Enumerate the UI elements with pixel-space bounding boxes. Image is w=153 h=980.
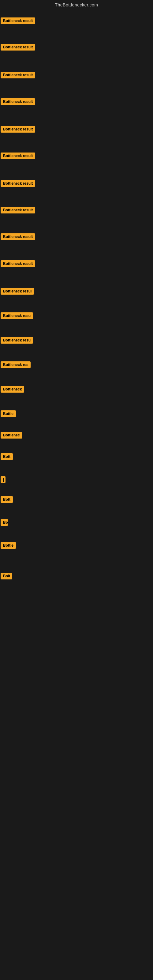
bottleneck-badge-16: Bottle [1, 410, 16, 417]
bottleneck-badge-23: Bolt [1, 573, 12, 579]
result-row-4: Bottleneck result [1, 98, 35, 106]
result-row-11: Bottleneck resul [1, 288, 34, 296]
result-row-5: Bottleneck result [1, 126, 35, 134]
bottleneck-badge-22: Bottle [1, 542, 16, 549]
bottleneck-badge-3: Bottleneck result [1, 72, 35, 78]
result-row-2: Bottleneck result [1, 44, 35, 52]
result-row-13: Bottleneck resu [1, 337, 33, 345]
bottleneck-badge-1: Bottleneck result [1, 18, 35, 24]
result-row-7: Bottleneck result [1, 180, 35, 188]
result-row-15: Bottleneck [1, 386, 24, 394]
bottleneck-badge-9: Bottleneck result [1, 233, 35, 240]
result-row-1: Bottleneck result [1, 18, 35, 25]
bottleneck-badge-13: Bottleneck resu [1, 337, 33, 344]
bottleneck-badge-19: [ [1, 476, 5, 483]
bottleneck-badge-2: Bottleneck result [1, 44, 35, 51]
bottleneck-badge-5: Bottleneck result [1, 126, 35, 133]
result-row-16: Bottle [1, 410, 16, 418]
result-row-22: Bottle [1, 542, 16, 550]
bottleneck-badge-7: Bottleneck result [1, 180, 35, 187]
result-row-18: Bott [1, 453, 13, 461]
result-row-8: Bottleneck result [1, 207, 35, 215]
result-row-20: Bott [1, 496, 13, 504]
bottleneck-badge-12: Bottleneck resu [1, 312, 33, 319]
result-row-12: Bottleneck resu [1, 312, 33, 320]
result-row-23: Bolt [1, 573, 12, 581]
result-row-19: [ [1, 476, 5, 484]
bottleneck-badge-6: Bottleneck result [1, 153, 35, 159]
bottleneck-badge-11: Bottleneck resul [1, 288, 34, 294]
bottleneck-badge-18: Bott [1, 453, 13, 460]
bottleneck-badge-14: Bottleneck res [1, 361, 30, 368]
bottleneck-badge-17: Bottlenec [1, 432, 22, 439]
bottleneck-badge-10: Bottleneck result [1, 260, 35, 267]
result-row-9: Bottleneck result [1, 233, 35, 241]
result-row-17: Bottlenec [1, 432, 22, 440]
result-row-3: Bottleneck result [1, 72, 35, 80]
result-row-6: Bottleneck result [1, 153, 35, 161]
bottleneck-badge-8: Bottleneck result [1, 207, 35, 213]
result-row-21: Bo [1, 519, 8, 527]
site-title: TheBottlenecker.com [0, 0, 153, 10]
bottleneck-badge-15: Bottleneck [1, 386, 24, 393]
result-row-14: Bottleneck res [1, 361, 30, 369]
result-row-10: Bottleneck result [1, 260, 35, 268]
bottleneck-badge-4: Bottleneck result [1, 98, 35, 105]
bottleneck-badge-20: Bott [1, 496, 13, 503]
bottleneck-badge-21: Bo [1, 519, 8, 526]
